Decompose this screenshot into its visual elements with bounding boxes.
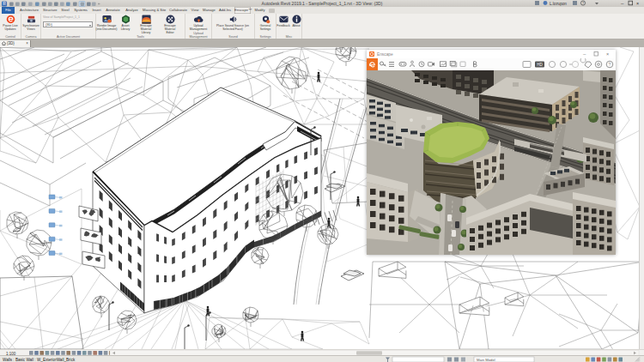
svg-text:Walls : Basic Wall : W_Exterio: Walls : Basic Wall : W_ExteriorWall_Bric…	[3, 358, 76, 362]
svg-text:Enscape: Enscape	[377, 52, 393, 57]
svg-text:Main Model: Main Model	[477, 358, 495, 362]
svg-text:–: –	[621, 1, 624, 6]
svg-text:L.lozupon: L.lozupon	[550, 2, 567, 6]
svg-text:×: ×	[636, 1, 639, 6]
svg-text:×: ×	[606, 51, 609, 57]
svg-text:?: ?	[609, 62, 611, 67]
svg-text:HD: HD	[537, 63, 543, 67]
